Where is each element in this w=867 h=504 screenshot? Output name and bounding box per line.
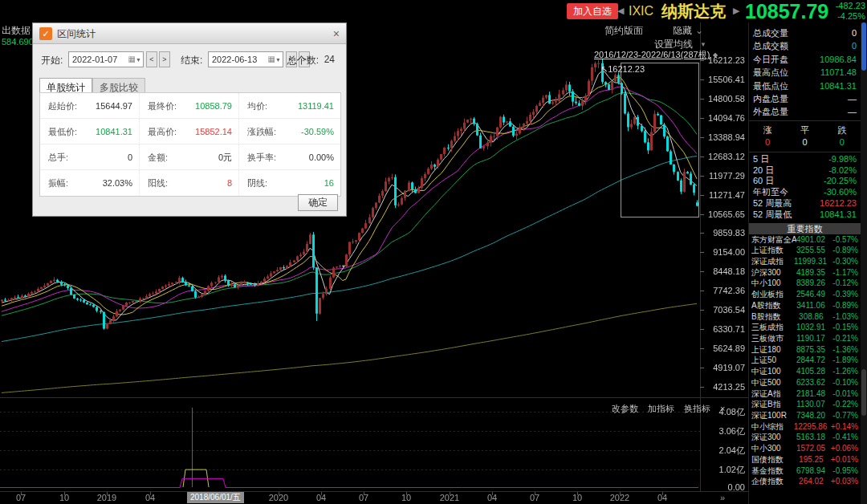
index-percent: +0.14% [827,421,858,433]
y-axis-label: 7036.54 [703,305,745,315]
index-row[interactable]: 企债指数264.02+0.03% [749,476,861,487]
next-symbol-icon[interactable]: ▶ [733,6,739,16]
start-date-input[interactable]: ▼ ▦ 2022-01-07 [68,51,144,67]
statistics-table: 起始价:15644.97最终价:10858.79均价:13119.41最低价:1… [39,92,341,197]
index-row[interactable]: 三板做市1190.17-0.21% [749,333,861,344]
end-date-input[interactable]: ▼ ▦ 2022-06-13 [208,51,283,67]
index-row[interactable]: B股指数308.86-1.03% [749,311,861,323]
simple-layout-button[interactable]: 简约版面 [604,25,643,36]
end-date-value: 2022-06-13 [212,55,257,64]
index-row[interactable]: 深证成指11999.31-0.30% [749,256,861,267]
add-watchlist-button[interactable]: 加入自选 [567,3,618,19]
index-name: 基金指数 [751,465,796,477]
scroll-more-icon[interactable]: » [720,493,725,502]
index-row[interactable]: 上证指数3255.55-0.89% [749,245,861,256]
period-label: 52 周最低 [753,209,792,221]
index-row[interactable]: 中小综指12295.86+0.14% [749,421,861,433]
scrollbar-thumb-gray[interactable] [861,369,866,416]
set-ma-button[interactable]: 设置均线 [654,39,693,50]
index-row[interactable]: 中小1008389.26-0.12% [749,278,861,289]
calendar-icon[interactable]: ▦ [268,52,275,67]
x-axis-label: 10 [48,493,80,503]
index-name: B股指数 [751,311,799,323]
x-axis-label: 2019 [91,493,123,503]
period-row: 20 日-8.02% [749,165,861,177]
index-name: 国债指数 [751,454,799,465]
start-next-button[interactable]: > [159,51,170,67]
index-row[interactable]: A股指数3411.06-0.89% [749,300,861,311]
stat-value: 15644.97 [90,93,140,119]
add-indicator-button[interactable]: 加指标 [648,404,674,413]
summary-label: 最低点位 [753,79,788,92]
advance-decline-section: 涨0平0跌0 [749,123,861,150]
set-ma-caret-icon[interactable]: ▼ [700,39,706,51]
index-percent: -0.22% [825,399,858,410]
summary-value: 0 [852,26,857,39]
index-row[interactable]: 创业板指2546.49-0.39% [749,289,861,300]
visible-range-text[interactable]: 2016/12/23-2022/6/13(287根) [594,50,710,60]
y-axis-label: 16212.23 [703,55,745,65]
hide-caret-icon[interactable]: ⌄ [695,25,703,36]
switch-indicator-button[interactable]: 换指标 [684,404,710,413]
stat-value: 0 [90,144,140,170]
index-value: 2546.49 [796,289,825,300]
index-row[interactable]: 基金指数6798.94-0.95% [749,465,861,477]
index-row[interactable]: 深证B指1130.07-0.22% [749,399,861,410]
prev-symbol-icon[interactable]: ◀ [617,6,624,16]
index-percent: -1.36% [825,344,858,356]
y-axis-label: 5624.89 [703,343,745,353]
stats-row: 起始价:15644.97最终价:10858.79均价:13119.41 [40,93,340,119]
scrollbar-thumb-blue[interactable] [861,22,866,71]
hide-button[interactable]: 隐藏 [673,25,692,36]
symbol-name: 纳斯达克 [661,1,726,22]
summary-row: 外盘总量— [749,105,861,118]
ok-button[interactable]: 确定 [298,194,338,211]
crosshair-date-tooltip: 2018/06/01/五 [187,492,244,503]
summary-label: 今日开盘 [753,53,788,66]
index-row[interactable]: 深证100R7348.20-0.77% [749,410,861,421]
start-prev-button[interactable]: < [146,51,157,67]
dialog-title-bar[interactable]: ✓ 区间统计 × [33,23,346,44]
summary-value: 10841.31 [820,79,857,92]
period-row: 年初至今-30.60% [749,187,861,198]
index-row[interactable]: 上证1808875.35-1.36% [749,344,861,356]
index-value: 1130.07 [796,399,824,410]
dialog-check-icon[interactable]: ✓ [39,27,52,40]
index-row[interactable]: 上证502844.72-1.89% [749,355,861,366]
dialog-close-icon[interactable]: × [333,23,340,44]
subchart-close-icon[interactable]: × [720,404,725,413]
index-value: 3255.55 [796,245,825,256]
index-value: 1032.91 [796,322,825,333]
index-percent: +0.06% [825,443,858,454]
peak-annotation: ↖16212.23 [600,64,645,74]
index-row[interactable]: 深证A指2181.48-0.01% [749,388,861,400]
index-row[interactable]: 三板成指1032.91-0.15% [749,322,861,333]
x-axis-label: 07 [5,493,37,503]
x-axis-label: 04 [134,493,166,503]
summary-row: 内盘总量— [749,92,861,105]
index-row[interactable]: 沪深3004189.35-1.17% [749,267,861,278]
y-axis-label: 6330.71 [703,324,745,334]
index-value: 8875.35 [796,344,825,356]
index-row[interactable]: 中小3001572.05+0.06% [749,443,861,454]
index-row[interactable]: 深证3005163.18-0.41% [749,432,861,443]
calendar-icon[interactable]: ▦ [128,52,136,67]
summary-row: 最低点位10841.31 [749,79,861,92]
calendar-caret-icon[interactable]: ▼ [136,53,141,67]
updown-label: 平 [786,124,823,136]
summary-label: 内盘总量 [753,92,788,105]
change-params-button[interactable]: 改参数 [612,404,638,413]
y-axis-label: 4919.07 [703,363,745,372]
index-row[interactable]: 东方财富全A4901.02-0.57% [749,234,861,246]
index-percent: +0.01% [824,454,858,465]
interval-statistics-dialog: ✓ 区间统计 × 开始: ▼ ▦ 2022-01-07 < > 结束: ▼ ▦ … [32,22,347,217]
period-value: -20.25% [824,176,857,187]
index-row[interactable]: 中证5006233.62-0.10% [749,377,861,388]
summary-value: 11071.48 [820,66,857,79]
index-name: 深证A指 [751,388,796,400]
period-label: 60 日 [753,176,774,187]
calendar-caret-icon[interactable]: ▼ [275,53,281,67]
index-row[interactable]: 中证1004105.28-1.26% [749,366,861,377]
stat-value: 0元 [189,144,239,170]
index-row[interactable]: 国债指数195.25+0.01% [749,454,861,465]
